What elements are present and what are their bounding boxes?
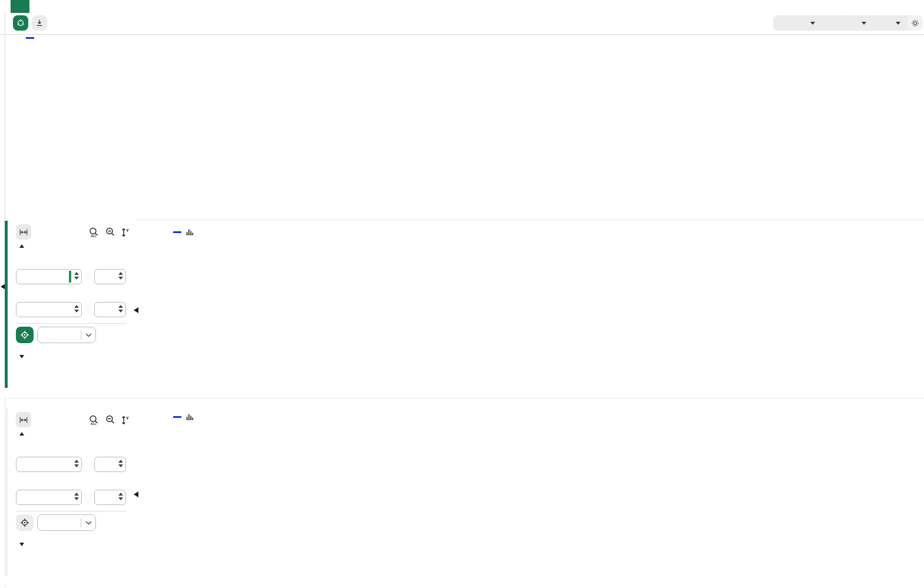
peak-search-button[interactable] (16, 327, 34, 343)
fit-width-icon (19, 228, 28, 236)
text-cursor (69, 271, 71, 283)
fit-width-button[interactable] (16, 412, 31, 427)
download-icon (35, 18, 44, 28)
harmonic-marker-panel-acceleration: ALL Y (5, 220, 137, 398)
tab-bar (0, 0, 924, 14)
chevron-down-icon (896, 22, 900, 25)
autoscale-y-icon[interactable]: Y (121, 227, 130, 238)
h1-order-input[interactable] (16, 270, 81, 284)
velocity-spectrum-chart[interactable] (137, 398, 924, 588)
peak-search-button[interactable] (16, 514, 34, 531)
h1-count-field (94, 457, 126, 472)
harmonic-marker-section-header[interactable] (19, 432, 29, 436)
sideband-order-stepper[interactable] (74, 305, 79, 313)
collapse-up-icon (19, 244, 24, 248)
polar-chart[interactable] (5, 34, 924, 220)
h1-count-field (94, 269, 126, 284)
gear-icon (911, 18, 919, 28)
svg-text:ALL: ALL (91, 234, 97, 238)
h1-order-field (16, 269, 82, 284)
collapse-down-icon (19, 355, 24, 358)
sideband-order-input[interactable] (16, 490, 81, 504)
svg-text:ALL: ALL (91, 422, 97, 426)
autoscale-y-icon[interactable]: Y (121, 415, 130, 426)
axis-settings-section-header[interactable] (19, 355, 29, 358)
chevron-down-icon (810, 22, 815, 25)
sideband-order-field (16, 490, 82, 505)
app: { "window": {"tab_title": "M1: 2025-05-0… (0, 0, 924, 588)
panel-divider (16, 323, 127, 324)
sideband-count-field (94, 490, 126, 505)
fit-width-icon (19, 416, 28, 424)
collapse-up-icon (19, 432, 24, 436)
h1-order-stepper[interactable] (74, 460, 79, 467)
zoom-all-icon[interactable]: ALL (88, 227, 100, 238)
acceleration-spectrum-chart[interactable] (137, 220, 924, 398)
h1-order-input[interactable] (16, 457, 81, 471)
tolerance-dropdown[interactable] (37, 327, 96, 343)
crosshair-icon (20, 330, 29, 340)
chevron-down-icon (81, 333, 95, 337)
svg-text:Y: Y (126, 228, 129, 232)
h1-order-field (16, 457, 82, 472)
sideband-order-field (16, 302, 82, 317)
svg-text:Y: Y (126, 416, 129, 420)
zoom-out-icon[interactable] (105, 227, 115, 238)
sideband-count-field (94, 302, 126, 317)
measurement-tab[interactable] (11, 0, 29, 13)
zoom-all-icon[interactable]: ALL (88, 415, 100, 426)
fit-width-button[interactable] (16, 224, 31, 240)
h1-order-stepper[interactable] (74, 272, 79, 280)
h1-count-stepper[interactable] (118, 460, 123, 467)
panel-divider (16, 511, 127, 511)
inactive-panel-indicator (5, 408, 8, 576)
chevron-down-icon (81, 521, 95, 525)
analysis-app-button[interactable] (13, 15, 28, 31)
harmonic-marker-panel-velocity: ALL Y (5, 407, 137, 586)
sideband-count-stepper[interactable] (118, 305, 123, 313)
analysis-icon (16, 18, 25, 28)
tolerance-dropdown[interactable] (37, 514, 96, 531)
harmonic-marker-section-header[interactable] (19, 244, 29, 248)
active-panel-indicator (5, 221, 8, 388)
sideband-order-input[interactable] (16, 303, 81, 317)
download-button[interactable] (32, 15, 47, 31)
toolbar (0, 13, 924, 35)
zoom-out-icon[interactable] (105, 415, 115, 426)
sideband-order-stepper[interactable] (74, 493, 79, 500)
h1-count-stepper[interactable] (118, 272, 123, 280)
crosshair-icon (20, 518, 29, 527)
chevron-down-icon (862, 22, 866, 25)
select-analysis-button[interactable] (773, 15, 847, 31)
collapse-down-icon (19, 543, 24, 546)
settings-button[interactable] (908, 15, 923, 31)
sideband-count-stepper[interactable] (118, 493, 123, 500)
axis-settings-section-header[interactable] (19, 543, 29, 546)
